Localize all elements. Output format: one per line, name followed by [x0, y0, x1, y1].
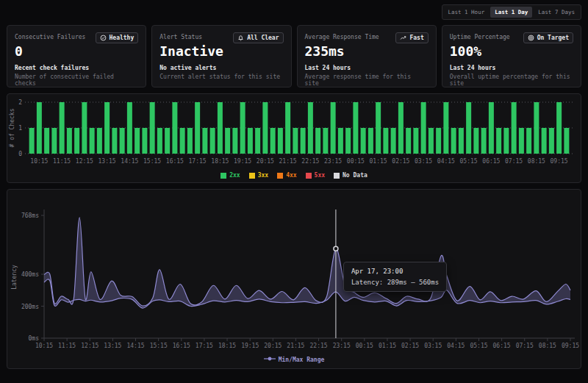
range-button-last-1-day[interactable]: Last 1 Day [490, 7, 532, 18]
check-bar[interactable] [542, 128, 547, 154]
y-axis-title: # of Checks [9, 108, 15, 147]
check-bar[interactable] [301, 128, 306, 154]
check-bar[interactable] [489, 102, 494, 154]
legend-label: 2xx [229, 172, 240, 179]
time-range-group: Last 1 Hour Last 1 Day Last 7 Days [442, 4, 582, 20]
check-bar[interactable] [82, 102, 87, 154]
x-tick-label: 21:15 [279, 158, 297, 165]
x-tick-label: 16:15 [173, 343, 190, 349]
check-bar[interactable] [413, 128, 418, 154]
x-tick-label: 23:15 [333, 343, 351, 349]
check-bar[interactable] [308, 102, 313, 154]
latency-chart[interactable]: 0ms200ms400ms768ms10:1511:1512:1513:1514… [7, 190, 581, 368]
check-bar[interactable] [436, 128, 441, 154]
check-bar[interactable] [285, 102, 290, 154]
check-bar[interactable] [391, 128, 396, 154]
check-bar[interactable] [44, 128, 49, 154]
x-tick-label: 18:15 [218, 343, 236, 349]
check-bar[interactable] [150, 102, 155, 154]
check-bar[interactable] [195, 102, 200, 154]
check-bar[interactable] [406, 128, 411, 154]
check-bar[interactable] [345, 128, 351, 154]
check-bar[interactable] [157, 128, 162, 154]
check-bar[interactable] [104, 102, 110, 154]
check-bar[interactable] [180, 128, 185, 154]
check-bar[interactable] [262, 102, 268, 154]
check-bar[interactable] [556, 102, 562, 154]
check-bar[interactable] [526, 128, 531, 154]
checks-bar-chart[interactable]: 01210:1511:1512:1513:1514:1515:1516:1517… [7, 94, 581, 182]
check-bar[interactable] [74, 128, 79, 154]
card-average-response-time: Average Response Time Fast 235ms Last 24… [297, 25, 437, 87]
check-bar[interactable] [29, 128, 35, 154]
check-bar[interactable] [338, 128, 343, 154]
check-bar[interactable] [248, 128, 253, 154]
check-bar[interactable] [549, 128, 554, 154]
check-bar[interactable] [293, 128, 298, 154]
check-bar[interactable] [429, 128, 434, 154]
check-bar[interactable] [67, 128, 72, 154]
check-bar[interactable] [361, 128, 366, 154]
check-bar[interactable] [97, 128, 102, 154]
check-bar[interactable] [519, 128, 524, 154]
check-bar[interactable] [451, 128, 456, 154]
check-bar[interactable] [376, 102, 381, 154]
check-bar[interactable] [232, 128, 237, 154]
x-tick-label: 12:15 [81, 343, 98, 349]
legend-item-4xx: 4xx [277, 172, 296, 179]
x-tick-label: 19:15 [234, 158, 251, 165]
check-bar[interactable] [90, 128, 95, 154]
check-bar[interactable] [564, 128, 569, 154]
check-bar[interactable] [142, 128, 147, 154]
check-bar[interactable] [421, 102, 426, 154]
y-tick-label: 0 [18, 151, 22, 157]
card-uptime-percentage: Uptime Percentage On Target 100% Last 24… [442, 25, 581, 87]
check-bar[interactable] [165, 128, 170, 154]
check-bar[interactable] [466, 102, 471, 154]
check-bar[interactable] [187, 128, 193, 154]
check-bar[interactable] [255, 128, 260, 154]
check-bar[interactable] [315, 128, 320, 154]
check-bar[interactable] [112, 128, 117, 154]
check-bar[interactable] [127, 102, 132, 154]
check-bar[interactable] [240, 102, 245, 154]
x-tick-label: 05:15 [470, 343, 487, 349]
tooltip-latency: Latency: 289ms – 560ms [351, 279, 439, 286]
check-bar[interactable] [278, 128, 283, 154]
y-axis-title: Latency [11, 265, 18, 290]
x-tick-label: 03:15 [424, 343, 442, 349]
check-bar[interactable] [459, 128, 464, 154]
check-bar[interactable] [496, 128, 501, 154]
check-bar[interactable] [37, 102, 42, 154]
check-bar[interactable] [218, 102, 223, 154]
y-tick-label: 0ms [29, 335, 40, 342]
check-bar[interactable] [135, 128, 140, 154]
check-bar[interactable] [172, 102, 177, 154]
check-bar[interactable] [60, 102, 65, 154]
x-tick-label: 19:15 [241, 343, 259, 349]
check-bar[interactable] [323, 128, 328, 154]
check-bar[interactable] [225, 128, 230, 154]
check-bar[interactable] [398, 102, 404, 154]
stats-row: Consecutive Failures Healthy 0 Recent ch… [7, 25, 581, 87]
topbar: Last 1 Hour Last 1 Day Last 7 Days [7, 4, 581, 19]
check-bar[interactable] [202, 128, 207, 154]
check-bar[interactable] [443, 102, 448, 154]
check-bar[interactable] [331, 102, 336, 154]
range-button-last-1-hour[interactable]: Last 1 Hour [444, 7, 490, 18]
check-bar[interactable] [353, 102, 358, 154]
check-bar[interactable] [534, 102, 539, 154]
check-bar[interactable] [383, 128, 388, 154]
card-head: Consecutive Failures Healthy [15, 32, 138, 43]
check-bar[interactable] [51, 128, 57, 154]
x-tick-label: 08:15 [528, 158, 545, 165]
check-bar[interactable] [210, 128, 215, 154]
check-bar[interactable] [270, 128, 276, 154]
range-button-last-7-days[interactable]: Last 7 Days [534, 7, 579, 18]
check-bar[interactable] [473, 128, 478, 154]
check-bar[interactable] [120, 128, 125, 154]
check-bar[interactable] [481, 128, 487, 154]
check-bar[interactable] [368, 128, 373, 154]
check-bar[interactable] [512, 102, 517, 154]
check-bar[interactable] [503, 128, 509, 154]
